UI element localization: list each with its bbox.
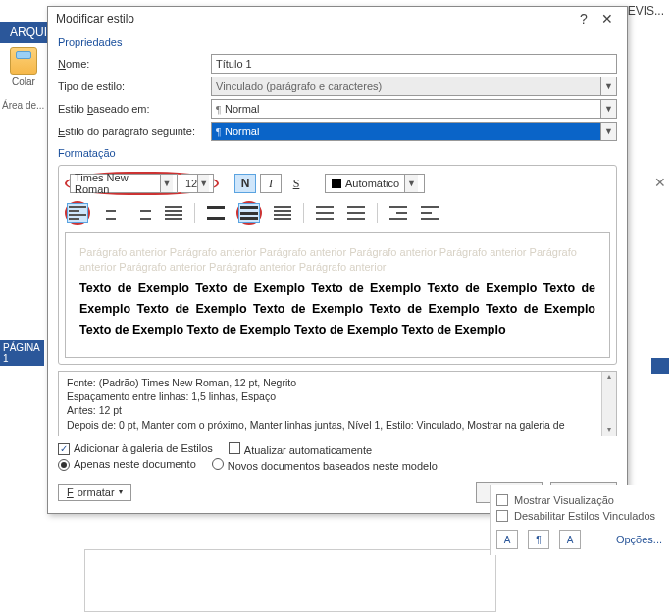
styles-pane: Mostrar Visualização Desabilitar Estilos… — [490, 485, 668, 555]
italic-button[interactable]: I — [260, 174, 282, 193]
auto-update-checkbox[interactable]: Atualizar automaticamente — [229, 442, 372, 456]
styles-pane-close[interactable]: ✕ — [654, 175, 666, 190]
label-name: Nome: — [58, 58, 205, 70]
based-on-select[interactable]: ¶Normal▼ — [211, 99, 617, 119]
paste-icon[interactable] — [10, 47, 37, 75]
indent-inc-button[interactable] — [419, 203, 440, 223]
style-inspector-button[interactable]: ¶ — [528, 530, 549, 549]
font-color-select[interactable]: Automático▼ — [325, 174, 425, 193]
new-style-button[interactable]: A — [496, 530, 518, 549]
spacing-15-button[interactable] — [238, 203, 260, 223]
spacing-2-button[interactable] — [272, 203, 293, 223]
close-button[interactable]: ✕ — [595, 11, 619, 26]
following-select[interactable]: ¶Normal▼ — [211, 122, 617, 141]
format-menu-button[interactable]: Formatar▾ — [58, 484, 131, 501]
align-justify-button[interactable] — [163, 203, 184, 223]
help-button[interactable]: ? — [572, 11, 595, 26]
align-center-button[interactable] — [100, 203, 122, 223]
align-left-button[interactable] — [67, 203, 88, 223]
preview-ghost: Parágrafo anterior Parágrafo anterior Pa… — [79, 245, 595, 275]
show-preview-checkbox[interactable]: Mostrar Visualização — [496, 494, 662, 506]
disable-linked-checkbox[interactable]: Desabilitar Estilos Vinculados — [496, 510, 662, 522]
paste-label: Colar — [6, 77, 41, 87]
clipboard-group-label: Área de... — [2, 100, 44, 111]
style-type-select: Vinculado (parágrafo e caracteres)▼ — [211, 77, 617, 96]
spacing-highlight — [236, 201, 262, 225]
indent-dec-button[interactable] — [388, 203, 409, 223]
font-name-select[interactable]: Times New Roman▼ — [70, 174, 178, 193]
label-following: Estilo do parágrafo seguinte: — [58, 126, 205, 137]
label-style-type: Tipo de estilo: — [58, 80, 205, 92]
space-before-inc-button[interactable] — [314, 203, 336, 223]
align-left-highlight — [65, 201, 90, 225]
preview-box: Parágrafo anterior Parágrafo anterior Pa… — [65, 232, 610, 358]
only-doc-radio[interactable]: Apenas neste documento — [58, 458, 196, 471]
underline-button[interactable]: S — [285, 174, 307, 193]
space-before-dec-button[interactable] — [345, 203, 367, 223]
document-page — [84, 549, 496, 612]
chevron-down-icon: ▼ — [600, 77, 616, 95]
style-description: Fonte: (Padrão) Times New Roman, 12 pt, … — [58, 371, 617, 436]
name-input[interactable]: Título 1 — [211, 54, 617, 74]
bold-button[interactable]: N — [234, 174, 256, 193]
status-page: PÁGINA 1 — [0, 340, 44, 366]
manage-styles-button[interactable]: A — [559, 530, 581, 549]
preview-sample: Texto de Exemplo Texto de Exemplo Texto … — [79, 279, 595, 341]
chevron-down-icon[interactable]: ▼ — [600, 100, 616, 118]
format-box: Times New Roman▼ 12▼ N I S Automático▼ — [58, 165, 617, 365]
section-format: Formatação — [58, 147, 617, 159]
align-right-button[interactable] — [131, 203, 153, 223]
dialog-title: Modificar estilo — [56, 12, 572, 26]
font-group-highlight: Times New Roman▼ 12▼ — [65, 172, 219, 195]
section-properties: Propriedades — [58, 36, 617, 48]
new-docs-radio[interactable]: Novos documentos baseados neste modelo — [212, 458, 438, 472]
add-gallery-checkbox[interactable]: ✓Adicionar à galeria de Estilos — [58, 442, 213, 455]
modify-style-dialog: Modificar estilo ? ✕ Propriedades Nome: … — [47, 6, 628, 514]
side-badge — [651, 358, 669, 374]
chevron-down-icon[interactable]: ▼ — [600, 123, 616, 140]
font-size-select[interactable]: 12▼ — [181, 174, 214, 193]
label-based-on: Estilo baseado em: — [58, 103, 205, 115]
spacing-1-button[interactable] — [205, 203, 227, 223]
styles-options-link[interactable]: Opções... — [616, 534, 662, 545]
scrollbar[interactable] — [601, 372, 616, 436]
